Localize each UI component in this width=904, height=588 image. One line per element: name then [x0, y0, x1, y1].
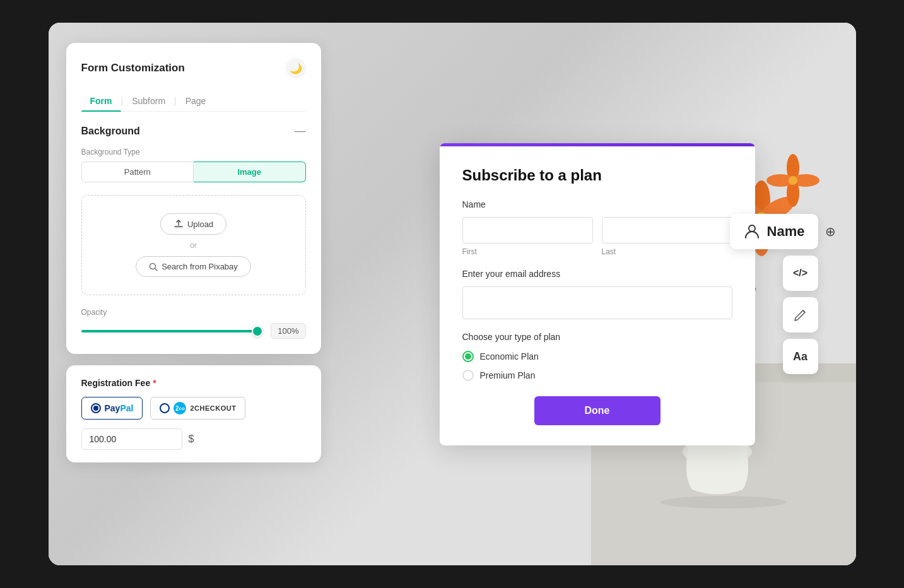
toolbar-code-item[interactable]: </>	[783, 256, 818, 291]
name-field-label: Name	[462, 199, 732, 209]
pixabay-label: Search from Pixabay	[161, 262, 238, 271]
theme-toggle-button[interactable]: 🌙	[286, 58, 306, 78]
svg-point-35	[749, 225, 755, 232]
upload-label: Upload	[187, 220, 213, 229]
twocheckout-radio	[160, 403, 170, 413]
required-star: *	[153, 378, 156, 388]
toolbar-edit-item[interactable]	[783, 297, 818, 332]
last-name-input[interactable]	[602, 217, 732, 244]
opacity-label: Opacity	[81, 308, 306, 317]
font-icon: Aa	[793, 350, 807, 363]
plan-section: Choose your type of plan Economic Plan P…	[462, 332, 732, 381]
bg-type-image-btn[interactable]: Image	[194, 162, 306, 182]
preview-form: Subscribe to a plan Name First Last Ente…	[440, 143, 755, 445]
premium-plan-radio	[462, 370, 474, 381]
email-field-label: Enter your email address	[462, 269, 732, 279]
code-icon: </>	[793, 268, 807, 279]
economic-plan-radio	[462, 351, 474, 362]
upload-icon	[173, 219, 184, 229]
search-icon	[149, 262, 158, 271]
twocheckout-option[interactable]: 2co 2CHECKOUT	[150, 397, 245, 420]
economic-plan-label: Economic Plan	[480, 351, 539, 362]
opacity-row: Opacity 100%	[81, 308, 306, 339]
form-customization-card: Form Customization 🌙 Form | Subform | Pa…	[66, 43, 321, 354]
twocheckout-label: 2CHECKOUT	[190, 404, 236, 412]
economic-plan-option[interactable]: Economic Plan	[462, 351, 732, 362]
name-fields-row: First Last	[462, 217, 732, 256]
toolbar-font-item[interactable]: Aa	[783, 339, 818, 374]
main-container: Form Customization 🌙 Form | Subform | Pa…	[49, 23, 856, 565]
center-area: Subscribe to a plan Name First Last Ente…	[339, 23, 856, 565]
paypal-radio	[91, 403, 101, 413]
upload-button[interactable]: Upload	[160, 213, 226, 235]
card-header: Form Customization 🌙	[81, 58, 306, 78]
bg-type-label: Background Type	[81, 148, 306, 156]
email-section: Enter your email address	[462, 269, 732, 319]
plan-section-label: Choose your type of plan	[462, 332, 732, 342]
person-icon	[743, 223, 761, 240]
moon-icon: 🌙	[290, 62, 302, 74]
bg-type-row: Pattern Image	[81, 162, 306, 182]
pencil-icon	[794, 308, 807, 322]
first-name-input[interactable]	[462, 217, 593, 244]
form-main-title: Subscribe to a plan	[462, 167, 732, 184]
reg-fee-title: Registration Fee *	[81, 378, 306, 388]
opacity-slider-row: 100%	[81, 323, 306, 339]
fee-input-row: $	[81, 428, 306, 450]
premium-plan-option[interactable]: Premium Plan	[462, 370, 732, 381]
tab-subform[interactable]: Subform	[123, 91, 174, 111]
right-toolbar: Name ⊕ </> Aa	[730, 214, 818, 374]
panel-title: Form Customization	[81, 62, 185, 74]
paypal-option[interactable]: PayPal	[81, 397, 143, 420]
toolbar-name-label: Name	[767, 223, 805, 240]
collapse-icon[interactable]: —	[295, 124, 306, 138]
move-cursor-icon: ⊕	[825, 224, 836, 239]
twocheckout-badge: 2co	[173, 402, 186, 415]
opacity-slider[interactable]	[81, 330, 264, 332]
left-panel: Form Customization 🌙 Form | Subform | Pa…	[49, 23, 339, 565]
fee-amount-input[interactable]	[81, 428, 182, 450]
first-name-label: First	[462, 247, 593, 256]
opacity-value: 100%	[271, 323, 305, 339]
email-input[interactable]	[462, 286, 732, 319]
last-name-group: Last	[602, 217, 732, 256]
tabs-row: Form | Subform | Page	[81, 91, 306, 112]
currency-symbol: $	[189, 433, 194, 445]
pixabay-search-button[interactable]: Search from Pixabay	[136, 256, 251, 277]
toolbar-name-item[interactable]: Name ⊕	[730, 214, 818, 249]
first-name-group: First	[462, 217, 593, 256]
tab-page[interactable]: Page	[177, 91, 215, 111]
background-title: Background	[81, 126, 140, 137]
upload-or-text: or	[190, 241, 197, 250]
last-name-label: Last	[602, 247, 732, 256]
tab-form[interactable]: Form	[81, 91, 121, 111]
upload-area: Upload or Search from Pixabay	[81, 195, 306, 295]
svg-line-34	[155, 268, 158, 271]
paypal-logo: PayPal	[105, 403, 134, 413]
background-section-header: Background —	[81, 124, 306, 138]
form-body: Subscribe to a plan Name First Last Ente…	[440, 146, 755, 445]
premium-plan-label: Premium Plan	[480, 370, 536, 380]
bg-type-pattern-btn[interactable]: Pattern	[81, 162, 194, 182]
registration-fee-card: Registration Fee * PayPal 2co 2CHECKOUT	[66, 365, 321, 462]
payment-options: PayPal 2co 2CHECKOUT	[81, 397, 306, 420]
done-button[interactable]: Done	[534, 396, 660, 425]
reg-fee-label: Registration Fee	[81, 378, 151, 388]
